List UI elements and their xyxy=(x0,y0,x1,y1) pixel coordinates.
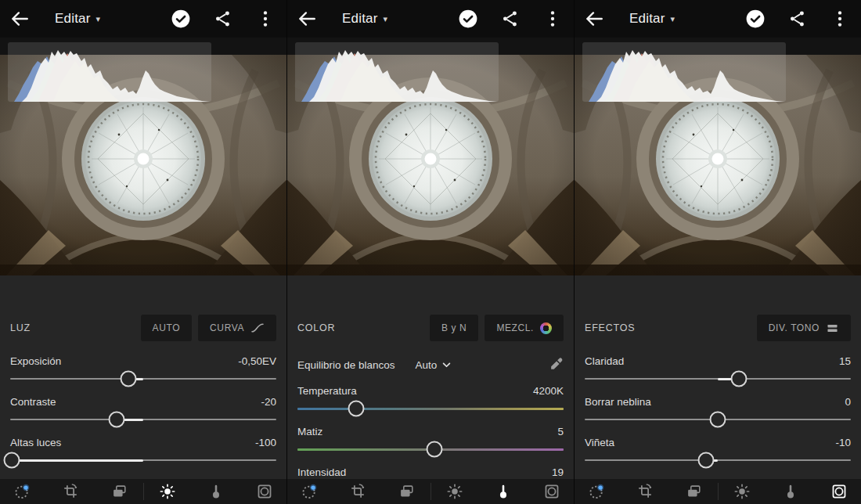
slider-label: Exposición xyxy=(10,355,61,367)
slider-handle[interactable] xyxy=(427,441,443,458)
check-circle-icon[interactable] xyxy=(171,9,191,29)
more-vert-icon[interactable] xyxy=(255,9,276,29)
section-title: EFECTOS xyxy=(585,322,635,333)
slider-track[interactable] xyxy=(10,368,276,390)
toolbar-divider xyxy=(143,483,144,500)
editar-mode-dropdown[interactable]: Editar ▾ xyxy=(629,11,675,27)
controls-color: COLOR B y N MEZCL. Equilibrio de blancos… xyxy=(287,275,574,504)
slider-track[interactable] xyxy=(297,398,564,419)
slider-handle[interactable] xyxy=(109,412,125,428)
share-icon[interactable] xyxy=(213,9,233,29)
slider-contraste: Contraste-20 xyxy=(10,394,276,430)
slider-track[interactable] xyxy=(585,368,851,390)
chevron-down-icon xyxy=(442,362,451,368)
slider-handle[interactable] xyxy=(697,452,714,469)
slider-value: -0,50EV xyxy=(238,355,276,367)
check-circle-icon[interactable] xyxy=(458,9,478,29)
presets-icon[interactable] xyxy=(394,481,418,502)
split-tone-icon xyxy=(826,322,839,335)
effects-tool-icon[interactable] xyxy=(253,481,276,502)
topbar-actions xyxy=(458,9,563,29)
crop-icon[interactable] xyxy=(633,481,657,502)
check-circle-icon[interactable] xyxy=(745,9,766,29)
editar-mode-dropdown[interactable]: Editar ▾ xyxy=(55,11,100,27)
page-title: Editar xyxy=(55,11,91,27)
crop-icon[interactable] xyxy=(346,481,369,502)
histogram-overlay xyxy=(8,42,211,102)
selective-edit-icon[interactable] xyxy=(585,481,608,502)
presets-icon[interactable] xyxy=(682,481,705,502)
page-title: Editar xyxy=(342,11,378,27)
more-vert-icon[interactable] xyxy=(830,9,850,29)
panel-luz: Editar ▾ LUZ AUTO CURVA Exposición- xyxy=(0,0,286,504)
photo-viewport[interactable] xyxy=(0,38,286,275)
slider-handle[interactable] xyxy=(731,371,748,387)
histogram-overlay xyxy=(582,42,786,102)
edit-toolbar xyxy=(575,478,861,504)
color-tool-icon[interactable] xyxy=(204,481,228,502)
slider-altas-luces: Altas luces-100 xyxy=(10,435,276,471)
slider-value: -20 xyxy=(261,396,276,408)
share-icon[interactable] xyxy=(787,9,808,29)
crop-icon[interactable] xyxy=(59,481,82,502)
back-arrow-icon[interactable] xyxy=(584,9,604,29)
slider-track[interactable] xyxy=(297,438,564,460)
effects-tool-icon[interactable] xyxy=(827,481,851,502)
presets-icon[interactable] xyxy=(107,481,131,502)
slider-handle[interactable] xyxy=(3,452,20,469)
div-tono-button[interactable]: DIV. TONO xyxy=(757,315,851,341)
color-tool-icon[interactable] xyxy=(779,481,802,502)
light-tool-icon[interactable] xyxy=(730,481,754,502)
topbar-actions xyxy=(171,9,276,29)
auto-button[interactable]: AUTO xyxy=(141,315,193,341)
curve-icon xyxy=(250,322,265,333)
editar-mode-dropdown[interactable]: Editar ▾ xyxy=(342,11,387,27)
white-balance-label: Equilibrio de blancos xyxy=(297,359,395,371)
slider-label: Contraste xyxy=(10,396,56,408)
slider-value: 4200K xyxy=(533,385,564,397)
light-tool-icon[interactable] xyxy=(156,481,179,502)
slider-handle[interactable] xyxy=(348,401,364,417)
more-vert-icon[interactable] xyxy=(542,9,563,29)
slider-handle[interactable] xyxy=(710,412,726,428)
eyedropper-icon[interactable] xyxy=(548,357,564,373)
lightroom-triptych: Editar ▾ LUZ AUTO CURVA Exposición- xyxy=(0,0,861,504)
slider-value: 15 xyxy=(839,355,851,367)
top-bar: Editar ▾ xyxy=(575,0,861,38)
slider-value: -10 xyxy=(835,437,851,448)
slider-label: Altas luces xyxy=(10,437,61,448)
topbar-actions xyxy=(745,9,850,29)
back-arrow-icon[interactable] xyxy=(297,9,317,29)
slider-vineta: Viñeta-10 xyxy=(585,435,851,471)
effects-tool-icon[interactable] xyxy=(540,481,564,502)
slider-track[interactable] xyxy=(585,449,851,471)
curva-button[interactable]: CURVA xyxy=(198,315,276,341)
histogram-overlay xyxy=(295,42,499,102)
share-icon[interactable] xyxy=(500,9,521,29)
color-tool-icon[interactable] xyxy=(492,481,515,502)
panel-color: Editar ▾ COLOR B y N MEZCL. Equilib xyxy=(286,0,574,504)
photo-viewport[interactable] xyxy=(287,38,574,275)
slider-claridad: Claridad15 xyxy=(585,354,851,390)
byn-button[interactable]: B y N xyxy=(430,315,478,341)
light-tool-icon[interactable] xyxy=(443,481,467,502)
toolbar-divider xyxy=(430,483,431,500)
selective-edit-icon[interactable] xyxy=(10,481,34,502)
slider-exposicion: Exposición-0,50EV xyxy=(10,354,276,390)
slider-track[interactable] xyxy=(585,409,851,430)
slider-handle[interactable] xyxy=(121,371,137,387)
back-arrow-icon[interactable] xyxy=(9,9,30,29)
mezcl-button[interactable]: MEZCL. xyxy=(485,315,564,341)
photo-viewport[interactable] xyxy=(575,38,861,275)
selective-edit-icon[interactable] xyxy=(297,481,321,502)
page-title: Editar xyxy=(629,11,665,27)
slider-track[interactable] xyxy=(10,409,276,430)
slider-label: Temperatura xyxy=(297,385,357,397)
slider-borrar-neblina: Borrar neblina0 xyxy=(585,394,851,430)
top-bar: Editar ▾ xyxy=(0,0,286,38)
white-balance-select[interactable]: Auto xyxy=(411,358,456,372)
slider-track[interactable] xyxy=(10,449,276,471)
color-wheel-icon xyxy=(540,322,552,334)
slider-value: 19 xyxy=(552,466,564,478)
slider-matiz: Matiz5 xyxy=(297,424,564,460)
